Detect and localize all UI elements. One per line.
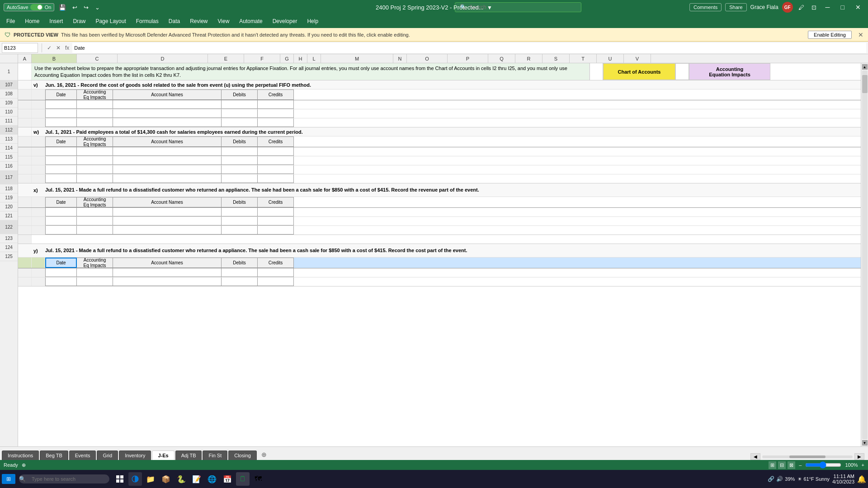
cell-a1[interactable] [18,63,32,80]
y-eq-2[interactable] [77,277,113,286]
col-header-q[interactable]: Q [488,54,515,63]
col-header-o[interactable]: O [407,54,448,63]
maximize-button[interactable]: □ [837,3,848,12]
w-debit-4[interactable] [222,174,258,183]
w-debit-1[interactable] [222,147,258,156]
x-debit-3[interactable] [222,226,258,235]
v-debit-2[interactable] [222,109,258,118]
enable-editing-button[interactable]: Enable Editing [808,31,852,39]
network-icon[interactable]: 🔗 [768,476,774,482]
taskbar-sticky-notes[interactable]: 📝 [190,472,203,486]
comments-button[interactable]: Comments [689,3,722,11]
tab-events[interactable]: Events [69,450,96,460]
menu-page-layout[interactable]: Page Layout [91,16,130,26]
scroll-up-button[interactable]: ▲ [862,64,868,70]
taskbar-task-view[interactable] [113,472,127,486]
w-account-2[interactable] [113,156,222,165]
ribbon-icon[interactable]: 🖊 [797,3,806,12]
taskbar-chrome-icon[interactable]: 🌐 [205,472,219,486]
w-account-1[interactable] [113,147,222,156]
col-header-a[interactable]: A [18,54,32,63]
tab-instructions[interactable]: Instructions [2,450,39,460]
autosave-badge[interactable]: AutoSave On [4,3,54,11]
y-date-1[interactable] [45,268,77,277]
cell-a107[interactable] [18,80,32,89]
close-protected-bar-button[interactable]: ✕ [858,31,863,38]
v-date-1[interactable] [45,100,77,109]
v-eq-1[interactable] [77,100,113,109]
menu-file[interactable]: File [2,16,19,26]
col-header-p[interactable]: P [448,54,488,63]
taskbar-excel-icon[interactable]: 🗒 [236,472,250,486]
sheet-scroll-left-button[interactable]: ◀ [750,453,760,460]
col-header-n[interactable]: N [393,54,407,63]
menu-developer[interactable]: Developer [268,16,302,26]
taskbar-python-icon[interactable]: 🐍 [175,472,188,486]
x-eq-1[interactable] [77,208,113,216]
x-date-3[interactable] [45,226,77,235]
col-header-e[interactable]: E [208,54,244,63]
col-header-date-y[interactable]: Date [45,258,77,268]
w-account-4[interactable] [113,174,222,183]
y-debit-1[interactable] [222,268,258,277]
col-header-u[interactable]: U [597,54,624,63]
w-debit-3[interactable] [222,165,258,174]
sheet-scrollbar-thumb[interactable] [789,455,826,458]
w-eq-1[interactable] [77,147,113,156]
v-account-2[interactable] [113,109,222,118]
v-account-1[interactable] [113,100,222,109]
v-credit-2[interactable] [258,109,294,118]
w-credit-2[interactable] [258,156,294,165]
w-eq-2[interactable] [77,156,113,165]
col-header-v[interactable]: V [624,54,651,63]
tab-j-es[interactable]: J-Es [152,450,174,460]
menu-insert[interactable]: Insert [45,16,67,26]
x-account-2[interactable] [113,217,222,225]
page-layout-button[interactable]: ⊟ [778,461,786,469]
menu-data[interactable]: Data [164,16,184,26]
vertical-scrollbar[interactable]: ▲ ▼ [861,63,868,446]
volume-icon[interactable]: 🔊 [776,476,783,482]
y-date-2[interactable] [45,277,77,286]
v-debit-1[interactable] [222,100,258,109]
scroll-down-button[interactable]: ▼ [862,440,868,446]
normal-view-button[interactable]: ⊞ [769,461,776,469]
tab-closing[interactable]: Closing [228,450,257,460]
v-credit-1[interactable] [258,100,294,109]
function-icon[interactable]: ✓ [46,45,53,51]
insert-function-icon[interactable]: fx [64,45,71,51]
taskbar-search-input[interactable] [19,474,109,483]
fullscreen-button[interactable]: ⊡ [810,3,818,12]
name-box[interactable] [2,43,38,53]
x-eq-2[interactable] [77,217,113,225]
taskbar-maps-icon[interactable]: 🗺 [251,472,265,486]
x-eq-3[interactable] [77,226,113,235]
w-date-2[interactable] [45,156,77,165]
menu-formulas[interactable]: Formulas [132,16,163,26]
notification-button[interactable]: 🔔 [857,475,866,483]
sheet-scroll-right-button[interactable]: ▶ [854,453,864,460]
taskbar-apps-icon[interactable]: 📦 [159,472,173,486]
y-debit-2[interactable] [222,277,258,286]
y-credit-2[interactable] [258,277,294,286]
x-date-2[interactable] [45,217,77,225]
w-eq-3[interactable] [77,165,113,174]
y-credit-1[interactable] [258,268,294,277]
autosave-toggle[interactable] [30,4,43,10]
v-eq-2[interactable] [77,109,113,118]
v-debit-3[interactable] [222,118,258,127]
col-header-l[interactable]: L [307,54,321,63]
scroll-track[interactable] [862,70,868,439]
w-date-4[interactable] [45,174,77,183]
x-account-1[interactable] [113,208,222,216]
w-credit-3[interactable] [258,165,294,174]
x-debit-2[interactable] [222,217,258,225]
col-header-m[interactable]: M [321,54,393,63]
user-avatar[interactable]: GF [782,2,793,13]
v-credit-3[interactable] [258,118,294,127]
save-button[interactable]: 💾 [57,3,68,12]
v-date-2[interactable] [45,109,77,118]
menu-view[interactable]: View [213,16,234,26]
formula-input[interactable] [72,43,866,53]
col-header-f[interactable]: F [244,54,280,63]
